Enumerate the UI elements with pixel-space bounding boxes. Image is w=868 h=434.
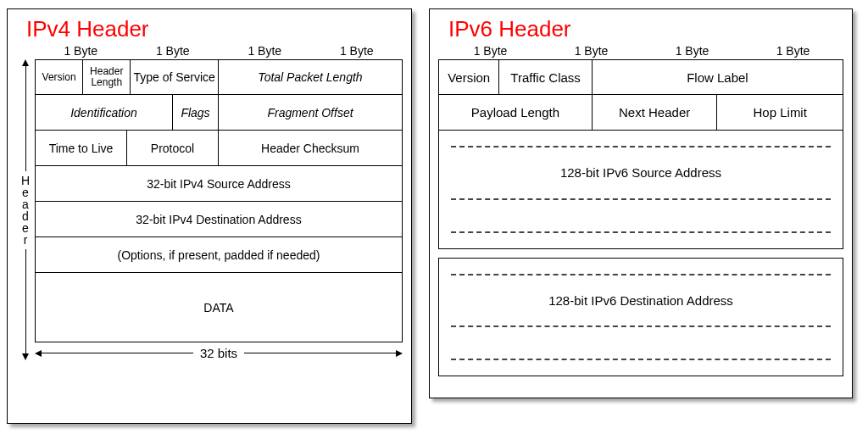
- field-payload-length: Payload Length: [439, 95, 593, 130]
- ipv4-panel: IPv4 Header 1 Byte 1 Byte 1 Byte 1 Byte …: [7, 8, 412, 424]
- field-ttl: Time to Live: [36, 131, 127, 165]
- ipv6-panel: IPv6 Header 1 Byte 1 Byte 1 Byte 1 Byte …: [429, 8, 853, 398]
- arrow-right-icon: [396, 350, 403, 357]
- field-options: (Options, if present, padded if needed): [36, 237, 402, 272]
- byte-label: 1 Byte: [35, 44, 127, 58]
- field-protocol: Protocol: [127, 131, 219, 165]
- ipv4-byte-row: 1 Byte 1 Byte 1 Byte 1 Byte: [35, 44, 403, 58]
- bits-width-label: 32 bits: [35, 346, 403, 360]
- field-flow-label: Flow Label: [593, 60, 843, 94]
- field-version: Version: [439, 60, 499, 94]
- field-next-header: Next Header: [593, 95, 718, 130]
- byte-label: 1 Byte: [219, 44, 311, 58]
- byte-label: 1 Byte: [541, 44, 642, 58]
- ipv6-title: IPv6 Header: [448, 16, 843, 42]
- field-fragment-offset: Fragment Offset: [219, 95, 402, 130]
- byte-label: 1 Byte: [642, 44, 743, 58]
- ipv4-title: IPv4 Header: [26, 16, 403, 42]
- byte-label: 1 Byte: [743, 44, 843, 58]
- arrow-down-icon: [22, 353, 29, 360]
- field-hop-limit: Hop Limit: [717, 95, 843, 130]
- field-identification: Identification: [36, 95, 173, 130]
- field-dst-addr: 128-bit IPv6 Destination Address: [439, 292, 843, 309]
- field-data: DATA: [36, 273, 402, 342]
- arrow-up-icon: [22, 59, 29, 66]
- ipv4-grid: Version Header Length Type of Service To…: [35, 59, 403, 360]
- byte-label: 1 Byte: [127, 44, 220, 58]
- byte-label: 1 Byte: [311, 44, 403, 58]
- header-vertical-label: H e a d e r: [16, 59, 35, 360]
- field-src-addr: 128-bit IPv6 Source Address: [439, 164, 843, 181]
- field-checksum: Header Checksum: [219, 131, 402, 165]
- arrow-left-icon: [35, 350, 42, 357]
- ipv6-grid: Version Traffic Class Flow Label Payload…: [438, 59, 843, 376]
- field-traffic-class: Traffic Class: [499, 60, 592, 94]
- field-flags: Flags: [173, 95, 219, 130]
- byte-label: 1 Byte: [440, 44, 541, 58]
- field-dst-addr-block: 128-bit IPv6 Destination Address: [438, 258, 843, 376]
- field-version: Version: [36, 60, 83, 94]
- field-header-length: Header Length: [83, 60, 131, 94]
- field-src-addr-block: 128-bit IPv6 Source Address: [438, 131, 843, 249]
- ipv6-byte-row: 1 Byte 1 Byte 1 Byte 1 Byte: [440, 44, 843, 58]
- field-dst-addr: 32-bit IPv4 Destination Address: [36, 202, 402, 236]
- field-src-addr: 32-bit IPv4 Source Address: [36, 166, 402, 201]
- field-tos: Type of Service: [131, 60, 219, 94]
- field-total-length: Total Packet Length: [219, 60, 402, 94]
